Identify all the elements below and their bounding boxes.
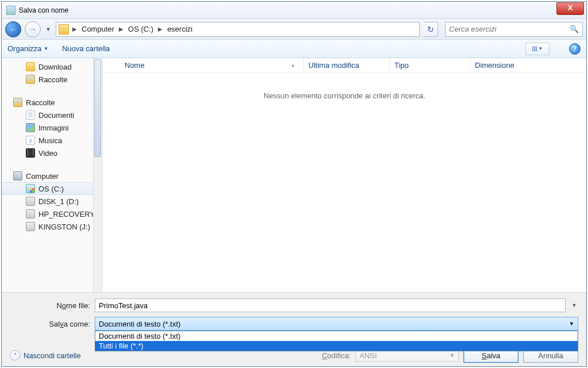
- library-icon: [13, 98, 22, 107]
- drive-icon: [26, 209, 35, 218]
- sidebar-item-immagini[interactable]: Immagini: [2, 121, 102, 134]
- file-list-area: Nome▲ Ultima modifica Tipo Dimensione Ne…: [103, 58, 586, 292]
- scrollbar-thumb[interactable]: [94, 59, 101, 157]
- forward-button[interactable]: →: [25, 21, 41, 37]
- filename-label: Nome file:: [10, 301, 90, 310]
- chevron-down-icon[interactable]: ▼: [570, 302, 578, 308]
- sidebar-item-download[interactable]: Download: [2, 60, 102, 73]
- column-headers: Nome▲ Ultima modifica Tipo Dimensione: [103, 58, 586, 73]
- crumb-os[interactable]: OS (C:): [128, 25, 153, 33]
- drive-icon: [26, 197, 35, 206]
- refresh-button[interactable]: ↻: [423, 22, 438, 37]
- address-bar[interactable]: ▶ Computer ▶ OS (C:) ▶ esercizi: [56, 22, 420, 37]
- chevron-right-icon[interactable]: ▶: [72, 26, 77, 32]
- app-icon: [6, 6, 16, 15]
- search-box[interactable]: 🔍: [445, 22, 583, 37]
- drive-os-icon: [26, 184, 35, 193]
- chevron-down-icon: ▼: [539, 46, 543, 51]
- back-button[interactable]: ←: [5, 21, 21, 37]
- nav-bar: ← → ▼ ▶ Computer ▶ OS (C:) ▶ esercizi ↻ …: [2, 19, 586, 40]
- chevron-down-icon: ▼: [44, 46, 48, 51]
- music-icon: ♪: [26, 136, 35, 145]
- search-input[interactable]: [449, 25, 570, 33]
- view-options-button[interactable]: ▼: [525, 43, 550, 55]
- folder-icon: [26, 62, 35, 71]
- breadcrumb: ▶ Computer ▶ OS (C:) ▶ esercizi: [72, 25, 192, 33]
- organize-label: Organizza: [7, 44, 41, 53]
- sidebar-item-os-c[interactable]: OS (C:): [2, 182, 102, 195]
- crumb-computer[interactable]: Computer: [82, 25, 114, 33]
- empty-message: Nessun elemento corrisponde ai criteri d…: [103, 91, 586, 100]
- view-icon: [532, 47, 537, 51]
- sidebar-item-kingston[interactable]: KINGSTON (J:): [2, 220, 102, 233]
- help-button[interactable]: ?: [569, 43, 581, 55]
- chevron-right-icon[interactable]: ▶: [158, 26, 163, 32]
- toolbar: Organizza ▼ Nuova cartella ▼ ?: [2, 40, 586, 58]
- col-modified[interactable]: Ultima modifica: [304, 58, 390, 72]
- sidebar: Download Raccolte Raccolte Documenti Imm…: [2, 58, 103, 292]
- title-bar: Salva con nome X: [2, 2, 586, 19]
- chevron-right-icon[interactable]: ▶: [119, 26, 123, 32]
- save-form: Nome file: ▼ Salva come: Documenti di te…: [2, 293, 586, 366]
- sidebar-group-raccolte[interactable]: Raccolte: [2, 96, 102, 109]
- library-icon: [26, 75, 35, 84]
- image-icon: [26, 123, 35, 132]
- folder-icon: [59, 24, 69, 34]
- col-size[interactable]: Dimensione: [470, 58, 539, 72]
- window-title: Salva con nome: [19, 6, 68, 14]
- col-name[interactable]: Nome▲: [120, 58, 304, 72]
- sort-asc-icon: ▲: [291, 63, 295, 68]
- close-button[interactable]: X: [556, 2, 584, 15]
- history-dropdown-icon[interactable]: ▼: [44, 21, 52, 37]
- organize-menu[interactable]: Organizza ▼: [7, 44, 48, 53]
- saveas-label: Salva come:: [10, 320, 90, 328]
- video-icon: [26, 148, 35, 158]
- drive-icon: [26, 222, 35, 231]
- hide-folders-button[interactable]: ˄ Nascondi cartelle: [10, 350, 81, 361]
- chevron-down-icon: ▼: [569, 321, 574, 327]
- sidebar-item-hprecovery[interactable]: HP_RECOVERY: [2, 208, 102, 220]
- sidebar-group-computer[interactable]: Computer: [2, 170, 102, 182]
- saveas-option-txt[interactable]: Documenti di testo (*.txt): [95, 331, 578, 341]
- saveas-option-all[interactable]: Tutti i file (*.*): [95, 341, 578, 351]
- filename-input[interactable]: [95, 298, 566, 312]
- crumb-folder[interactable]: esercizi: [167, 25, 192, 33]
- saveas-combo[interactable]: Documenti di testo (*.txt) ▼: [95, 317, 578, 331]
- col-type[interactable]: Tipo: [390, 58, 470, 72]
- document-icon: [26, 110, 35, 120]
- sidebar-item-video[interactable]: Video: [2, 147, 102, 159]
- sidebar-scrollbar[interactable]: [93, 58, 102, 292]
- saveas-dropdown: Documenti di testo (*.txt) Tutti i file …: [95, 331, 578, 351]
- encoding-label: Codifica:: [322, 351, 351, 360]
- search-icon: 🔍: [570, 25, 579, 33]
- sidebar-item-raccolte[interactable]: Raccolte: [2, 73, 102, 86]
- sidebar-item-documenti[interactable]: Documenti: [2, 109, 102, 121]
- sidebar-item-musica[interactable]: ♪Musica: [2, 134, 102, 147]
- computer-icon: [13, 171, 22, 181]
- sidebar-item-disk1[interactable]: DISK_1 (D:): [2, 195, 102, 208]
- saveas-value: Documenti di testo (*.txt): [99, 320, 180, 328]
- new-folder-button[interactable]: Nuova cartella: [62, 44, 110, 53]
- new-folder-label: Nuova cartella: [62, 44, 110, 53]
- chevron-up-icon: ˄: [10, 350, 20, 361]
